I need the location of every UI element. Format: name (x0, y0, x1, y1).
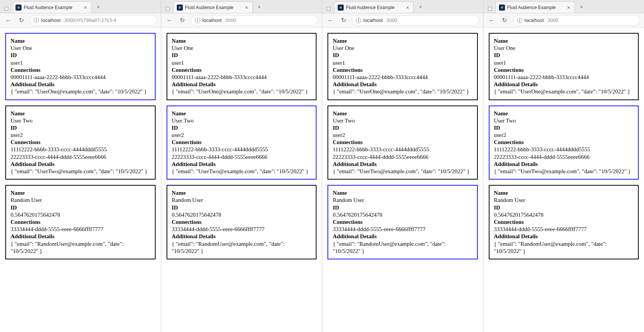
new-tab-button[interactable]: + (94, 3, 103, 12)
id-value: 0.5647620175642478 (494, 211, 634, 219)
details-value: { "email": "RandomUser@example.com", "da… (333, 240, 473, 255)
details-value: { "email": "UserTwo@example.com", "date"… (11, 168, 150, 175)
user-card: NameRandom UserID0.5647620175642478Conne… (327, 185, 478, 259)
browser-window: ⚛Fluid Audience Example×+←↻ilocalhost:30… (161, 0, 323, 332)
id-label: ID (11, 124, 150, 132)
name-label: Name (172, 189, 312, 197)
name-label: Name (494, 37, 634, 45)
info-icon[interactable]: i (34, 18, 39, 23)
url-path: :3000/#f1798a87-27c3-4 (63, 17, 116, 23)
details-label: Additional Details (494, 233, 634, 240)
window-control-icon[interactable] (166, 7, 170, 11)
details-value: { "email": "RandomUser@example.com", "da… (172, 240, 312, 255)
id-label: ID (172, 52, 312, 59)
details-value: { "email": "RandomUser@example.com", "da… (11, 240, 150, 255)
url-host: localhost (363, 17, 383, 23)
browser-window: ⚛Fluid Audience Example×+←↻ilocalhost:30… (0, 0, 161, 332)
details-label: Additional Details (333, 161, 473, 168)
details-label: Additional Details (172, 81, 312, 88)
close-icon[interactable]: × (566, 5, 571, 10)
tab-title: Fluid Audience Example (346, 5, 403, 10)
connection-value: 11112222-bbbb-3333-cccc-4444dddd5555 (11, 146, 150, 153)
window-controls (325, 7, 333, 13)
name-value: User One (172, 45, 312, 52)
name-label: Name (333, 110, 473, 117)
details-label: Additional Details (333, 81, 473, 88)
info-icon[interactable]: i (195, 18, 200, 23)
name-label: Name (172, 110, 312, 117)
address-bar[interactable]: ilocalhost:3000/#f1798a87-27c3-4 (29, 15, 157, 26)
page-content: NameUser OneIDuser1Connections00001111-a… (0, 28, 161, 332)
id-label: ID (11, 52, 150, 59)
connection-value: 00001111-aaaa-2222-bbbb-3333cccc4444 (172, 74, 312, 81)
url-path: :3000 (546, 17, 559, 23)
name-value: Random User (333, 197, 473, 204)
connections-label: Connections (11, 139, 150, 146)
id-label: ID (172, 124, 312, 132)
back-button[interactable]: ← (326, 16, 335, 25)
close-icon[interactable]: × (244, 5, 249, 10)
browser-tab[interactable]: ⚛Fluid Audience Example× (12, 2, 91, 13)
new-tab-button[interactable]: + (577, 3, 586, 12)
browser-window: ⚛Fluid Audience Example×+←↻ilocalhost:30… (322, 0, 483, 332)
browser-tab[interactable]: ⚛Fluid Audience Example× (496, 2, 575, 13)
user-card: NameRandom UserID0.5647620175642478Conne… (167, 185, 317, 259)
name-label: Name (333, 189, 473, 197)
favicon-icon: ⚛ (499, 5, 505, 11)
refresh-button[interactable]: ↻ (339, 16, 348, 25)
back-button[interactable]: ← (4, 16, 13, 25)
tab-bar: ⚛Fluid Audience Example×+ (0, 0, 161, 13)
page-content: NameUser OneIDuser1Connections00001111-a… (161, 28, 322, 332)
close-icon[interactable]: × (83, 5, 88, 10)
address-bar[interactable]: ilocalhost:3000 (191, 15, 318, 26)
name-label: Name (11, 37, 150, 45)
connection-value: 00001111-aaaa-2222-bbbb-3333cccc4444 (494, 74, 634, 81)
name-value: User One (333, 45, 473, 52)
connection-value: 33334444-dddd-5555-eeee-6666ffff7777 (333, 226, 473, 233)
user-card: NameUser TwoIDuser2Connections11112222-b… (327, 105, 478, 180)
details-label: Additional Details (172, 233, 312, 240)
name-value: User One (494, 45, 634, 52)
id-value: 0.5647620175642478 (11, 211, 150, 219)
page-content: NameUser OneIDuser1Connections00001111-a… (483, 28, 644, 332)
refresh-button[interactable]: ↻ (500, 16, 509, 25)
browser-toolbar: ←↻ilocalhost:3000/#f1798a87-27c3-4 (0, 13, 161, 28)
info-icon[interactable]: i (517, 18, 522, 23)
name-value: User One (11, 45, 150, 52)
user-card: NameUser OneIDuser1Connections00001111-a… (5, 33, 156, 100)
connection-value: 22223333-cccc-4444-dddd-5555eeee6666 (494, 154, 634, 161)
refresh-button[interactable]: ↻ (178, 16, 187, 25)
name-label: Name (172, 37, 312, 45)
details-value: { "email": "UserOne@example.com", "date"… (172, 88, 312, 95)
window-control-icon[interactable] (488, 7, 492, 11)
back-button[interactable]: ← (487, 16, 496, 25)
details-value: { "email": "UserTwo@example.com", "date"… (494, 168, 634, 175)
address-bar[interactable]: ilocalhost:3000 (513, 15, 641, 26)
window-control-icon[interactable] (327, 7, 330, 11)
name-label: Name (11, 110, 150, 117)
back-button[interactable]: ← (165, 16, 174, 25)
new-tab-button[interactable]: + (416, 3, 425, 12)
browser-tab[interactable]: ⚛Fluid Audience Example× (173, 2, 253, 13)
window-controls (3, 7, 11, 13)
window-control-icon[interactable] (5, 7, 8, 11)
id-value: user2 (494, 132, 634, 139)
refresh-button[interactable]: ↻ (17, 16, 26, 25)
browser-tab[interactable]: ⚛Fluid Audience Example× (334, 2, 414, 13)
user-card: NameRandom UserID0.5647620175642478Conne… (489, 185, 639, 259)
details-label: Additional Details (11, 233, 150, 240)
url-host: localhost (202, 17, 222, 23)
close-icon[interactable]: × (405, 5, 410, 10)
id-value: user1 (333, 59, 473, 67)
url-path: :3000 (224, 17, 236, 23)
address-bar[interactable]: ilocalhost:3000 (352, 15, 479, 26)
connections-label: Connections (172, 219, 312, 226)
info-icon[interactable]: i (356, 18, 361, 23)
id-label: ID (333, 204, 473, 211)
connection-value: 22223333-cccc-4444-dddd-5555eeee6666 (333, 154, 473, 161)
details-label: Additional Details (494, 161, 634, 168)
favicon-icon: ⚛ (338, 5, 344, 11)
name-value: User Two (333, 117, 473, 124)
new-tab-button[interactable]: + (255, 3, 264, 12)
tab-title: Fluid Audience Example (507, 5, 564, 10)
